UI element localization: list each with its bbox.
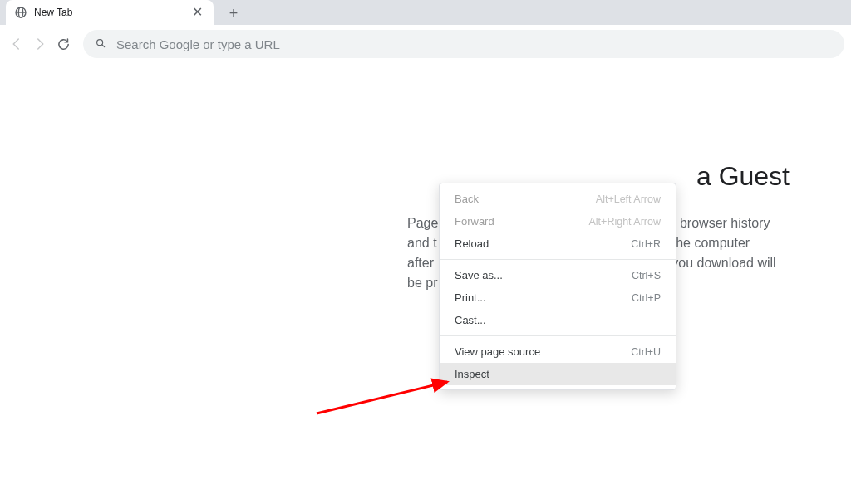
menu-inspect[interactable]: Inspect: [440, 363, 676, 385]
menu-separator: [440, 335, 676, 336]
page-content: a Guest Page the browser history and t o…: [0, 63, 851, 504]
menu-forward: Forward Alt+Right Arrow: [440, 210, 676, 232]
annotation-arrow-icon: [314, 372, 460, 418]
menu-back: Back Alt+Left Arrow: [440, 188, 676, 210]
svg-line-6: [317, 382, 447, 413]
menu-print[interactable]: Print... Ctrl+P: [440, 286, 676, 309]
forward-button: [28, 32, 52, 56]
globe-icon: [14, 6, 27, 19]
menu-cast[interactable]: Cast...: [440, 309, 676, 331]
tab-title: New Tab: [34, 7, 189, 18]
back-button: [5, 32, 28, 56]
omnibox[interactable]: Search Google or type a URL: [83, 30, 844, 58]
context-menu: Back Alt+Left Arrow Forward Alt+Right Ar…: [439, 183, 676, 390]
menu-reload[interactable]: Reload Ctrl+R: [440, 232, 676, 255]
reload-button[interactable]: [52, 32, 75, 56]
menu-view-source[interactable]: View page source Ctrl+U: [440, 340, 676, 363]
svg-line-4: [102, 44, 105, 46]
omnibox-placeholder: Search Google or type a URL: [116, 37, 280, 51]
menu-separator: [440, 259, 676, 260]
close-tab-icon[interactable]: ✕: [189, 3, 205, 22]
search-icon: [95, 37, 106, 51]
new-tab-button[interactable]: +: [222, 2, 245, 25]
tab-strip: New Tab ✕ +: [0, 0, 851, 25]
menu-save-as[interactable]: Save as... Ctrl+S: [440, 264, 676, 286]
browser-tab[interactable]: New Tab ✕: [6, 0, 214, 25]
toolbar: Search Google or type a URL: [0, 25, 851, 66]
